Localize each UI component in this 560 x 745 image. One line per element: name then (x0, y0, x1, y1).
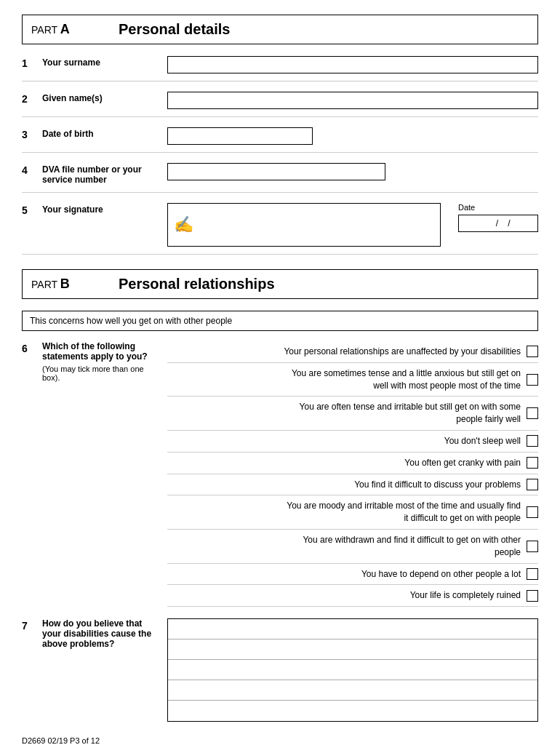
pen-icon: ✍ (174, 215, 193, 234)
dob-input[interactable] (167, 127, 313, 145)
part-a-letter: A (60, 22, 70, 36)
option-checkbox-10[interactable] (527, 590, 538, 602)
option-text-5: You often get cranky with pain (167, 457, 527, 469)
dob-input-area (167, 127, 538, 145)
question7-label: How do you believe that your disabilitie… (42, 618, 159, 649)
option-checkbox-4[interactable] (527, 435, 538, 447)
part-a-section: PART A Personal details 1 Your surname 2… (22, 15, 538, 255)
question7-textarea[interactable] (167, 618, 538, 722)
surname-label: Your surname (42, 56, 159, 68)
textarea-line-1[interactable] (168, 619, 537, 640)
part-a-label: PART A (31, 22, 97, 37)
dva-input[interactable] (167, 163, 385, 180)
surname-row: 1 Your surname (22, 56, 538, 81)
dob-row: 3 Date of birth (22, 127, 538, 153)
option-checkbox-2[interactable] (527, 374, 538, 386)
option-checkbox-7[interactable] (527, 506, 538, 518)
part-a-header: PART A Personal details (22, 15, 538, 44)
textarea-line-2[interactable] (168, 640, 537, 660)
textarea-line-4[interactable] (168, 680, 537, 701)
textarea-line-5[interactable] (168, 701, 537, 721)
dva-input-area (167, 163, 538, 180)
option-row-1: Your personal relationships are unaffect… (167, 341, 538, 363)
question7-row: 7 How do you believe that your disabilit… (22, 618, 538, 722)
field-number-5: 5 (22, 203, 36, 216)
option-text-4: You don't sleep well (167, 435, 527, 447)
option-checkbox-1[interactable] (527, 346, 538, 357)
signature-row: 5 Your signature ✍ Date / / (22, 203, 538, 255)
part-b-title: Personal relationships (119, 276, 275, 292)
question6-label: Which of the following statements apply … (42, 341, 159, 382)
option-text-8: You are withdrawn and find it difficult … (167, 534, 527, 559)
option-text-9: You have to depend on other people a lot (167, 568, 527, 581)
option-row-7: You are moody and irritable most of the … (167, 495, 538, 530)
options-area: Your personal relationships are unaffect… (167, 341, 538, 607)
dva-row: 4 DVA file number or your service number (22, 163, 538, 193)
part-b-section: PART B Personal relationships This conce… (22, 269, 538, 722)
date-input[interactable]: / / (458, 215, 538, 232)
givenname-label: Given name(s) (42, 92, 159, 103)
option-text-1: Your personal relationships are unaffect… (167, 346, 527, 358)
question7-textarea-area (167, 618, 538, 722)
option-text-2: You are sometimes tense and a little anx… (167, 367, 527, 392)
date-slashes: / / (486, 218, 510, 228)
option-text-10: Your life is completely ruined (167, 589, 527, 602)
textarea-line-3[interactable] (168, 660, 537, 680)
part-b-label: PART B (31, 276, 97, 292)
option-text-7: You are moody and irritable most of the … (167, 500, 527, 525)
question7-label-bold: How do you believe that your disabilitie… (42, 618, 159, 649)
signature-box[interactable]: ✍ (167, 203, 441, 247)
surname-input-area (167, 56, 538, 73)
option-text-6: You find it difficult to discuss your pr… (167, 479, 527, 491)
option-checkbox-3[interactable] (527, 407, 538, 419)
info-banner: This concerns how well you get on with o… (22, 311, 538, 331)
footer-text: D2669 02/19 P3 of 12 (22, 736, 100, 745)
question6-label-note: (You may tick more than one box). (42, 364, 159, 382)
option-row-9: You have to depend on other people a lot (167, 564, 538, 586)
option-row-2: You are sometimes tense and a little anx… (167, 363, 538, 397)
part-b-letter: B (60, 276, 70, 291)
field-number-2: 2 (22, 92, 36, 105)
option-row-6: You find it difficult to discuss your pr… (167, 474, 538, 496)
question6-number: 6 (22, 341, 36, 354)
option-checkbox-6[interactable] (527, 479, 538, 490)
option-checkbox-9[interactable] (527, 568, 538, 580)
date-label: Date (458, 203, 475, 212)
part-a-title: Personal details (119, 21, 230, 38)
option-checkbox-8[interactable] (527, 541, 538, 552)
date-box: Date / / (458, 203, 538, 232)
givenname-row: 2 Given name(s) (22, 92, 538, 117)
option-row-4: You don't sleep well (167, 431, 538, 453)
dva-label: DVA file number or your service number (42, 163, 159, 185)
option-text-3: You are often tense and irritable but st… (167, 401, 527, 426)
givenname-input[interactable] (167, 92, 538, 109)
field-number-4: 4 (22, 163, 36, 176)
surname-input[interactable] (167, 56, 538, 73)
part-b-header: PART B Personal relationships (22, 269, 538, 299)
field-number-3: 3 (22, 127, 36, 140)
field-number-1: 1 (22, 56, 36, 69)
option-row-5: You often get cranky with pain (167, 453, 538, 474)
question6-row: 6 Which of the following statements appl… (22, 341, 538, 607)
dob-label: Date of birth (42, 127, 159, 139)
option-row-10: Your life is completely ruined (167, 585, 538, 607)
option-checkbox-5[interactable] (527, 457, 538, 469)
option-row-3: You are often tense and irritable but st… (167, 397, 538, 431)
option-row-8: You are withdrawn and find it difficult … (167, 530, 538, 564)
givenname-input-area (167, 92, 538, 109)
signature-label: Your signature (42, 203, 159, 215)
footer: D2669 02/19 P3 of 12 (22, 736, 538, 745)
question6-label-bold: Which of the following statements apply … (42, 341, 159, 362)
question7-number: 7 (22, 618, 36, 632)
